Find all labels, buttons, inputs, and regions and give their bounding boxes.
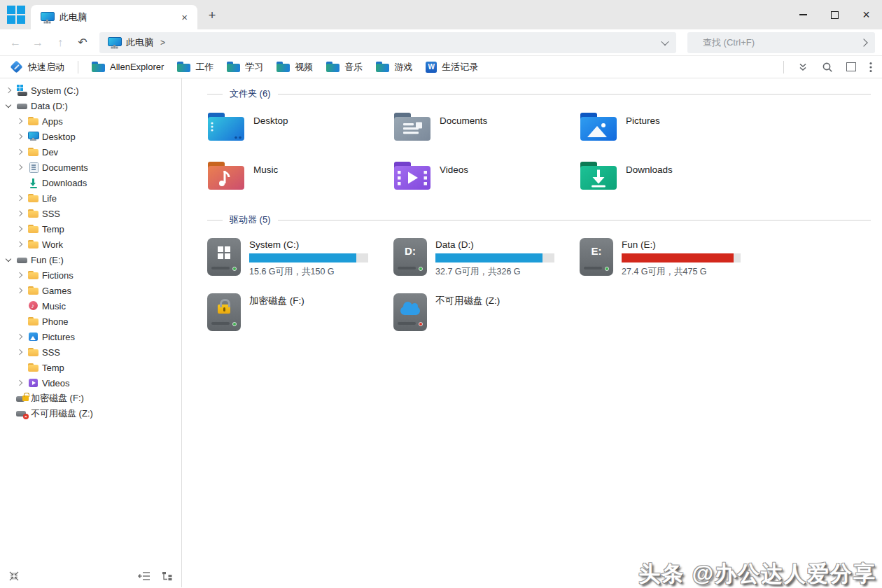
tab-this-pc[interactable]: 此电脑 × <box>31 5 197 29</box>
up-icon[interactable]: ↑ <box>49 32 71 53</box>
app-logo-icon[interactable] <box>7 6 15 14</box>
minimize-button[interactable] <box>788 0 819 29</box>
collapse-all-icon[interactable] <box>138 571 150 581</box>
sidebar-item-temp-e[interactable]: Temp <box>0 360 181 375</box>
undo-icon[interactable]: ↶ <box>71 32 94 53</box>
chevron-right-icon[interactable] <box>3 85 14 96</box>
toolbar-item-music[interactable]: 音乐 <box>326 61 363 74</box>
folder-item-pictures[interactable]: Pictures <box>580 111 766 142</box>
back-icon[interactable]: ← <box>4 32 27 53</box>
chevron-right-icon[interactable] <box>14 331 25 342</box>
breadcrumb-location[interactable]: 此电脑 <box>126 36 153 49</box>
drive-item-data-d[interactable]: D: Data (D:) 32.7 G可用，共326 G <box>393 238 580 278</box>
sidebar-item-downloads[interactable]: Downloads <box>0 175 181 190</box>
sidebar-item-unavailable-z[interactable]: × 不可用磁盘 (Z:) <box>0 406 181 421</box>
folder-icon <box>27 115 40 127</box>
drive-item-unavailable-z[interactable]: 不可用磁盘 (Z:) <box>393 293 580 331</box>
sidebar-item-apps[interactable]: Apps <box>0 113 181 129</box>
search-icon[interactable] <box>822 62 833 73</box>
document-icon <box>27 162 40 173</box>
chevron-right-icon[interactable] <box>14 285 25 296</box>
drive-slot <box>211 322 230 325</box>
drive-item-encrypted-f[interactable]: 加密磁盘 (F:) <box>207 293 393 331</box>
drives-section-header[interactable]: 驱动器 (5) <box>207 214 872 226</box>
view-mode-icon[interactable] <box>846 62 856 71</box>
chevron-right-icon[interactable] <box>14 115 25 127</box>
sidebar-item-pictures[interactable]: Pictures <box>0 329 181 344</box>
sidebar-item-sss-d[interactable]: SSS <box>0 206 181 221</box>
chevron-down-icon[interactable] <box>661 37 668 45</box>
folder-item-documents[interactable]: Documents <box>393 111 580 142</box>
download-icon <box>27 177 40 188</box>
sidebar-item-data-d[interactable]: Data (D:) <box>0 98 181 113</box>
drive-name: Data (D:) <box>435 239 554 250</box>
sidebar-item-videos[interactable]: Videos <box>0 375 181 391</box>
expander-spacer <box>14 316 25 327</box>
chevron-right-icon[interactable] <box>14 192 25 204</box>
sidebar-item-label: Desktop <box>42 132 76 142</box>
forward-icon[interactable]: → <box>27 32 49 53</box>
sidebar-item-life[interactable]: Life <box>0 190 181 206</box>
chevron-right-icon[interactable] <box>14 346 25 358</box>
sidebar-item-system-c[interactable]: System (C:) <box>0 83 181 98</box>
collapse-panel-icon[interactable] <box>8 570 20 582</box>
toolbar-item-study[interactable]: 学习 <box>227 61 263 74</box>
chevron-down-icon[interactable] <box>3 254 14 265</box>
sidebar-item-fictions[interactable]: Fictions <box>0 267 181 283</box>
folder-item-videos[interactable]: Videos <box>393 160 580 191</box>
toolbar-item-video[interactable]: 视频 <box>276 61 313 74</box>
folders-section-header[interactable]: 文件夹 (6) <box>207 88 872 100</box>
toolbar-item-games[interactable]: 游戏 <box>376 61 412 74</box>
close-button[interactable]: × <box>850 0 882 29</box>
sidebar-item-encrypted-f[interactable]: 加密磁盘 (F:) <box>0 391 181 406</box>
more-options-icon[interactable] <box>869 62 872 73</box>
chevron-right-icon[interactable] <box>14 146 25 158</box>
search-submit-icon[interactable] <box>860 38 867 46</box>
chevron-right-icon[interactable] <box>14 131 25 142</box>
sidebar-item-music[interactable]: Music <box>0 298 181 314</box>
toolbar-item-life-notes[interactable]: 生活记录 <box>426 61 478 74</box>
drive-slot <box>584 267 602 270</box>
folder-item-music[interactable]: Music <box>207 160 393 191</box>
chevron-right-icon[interactable] <box>14 377 25 388</box>
toolbar-item-label: 音乐 <box>344 61 363 74</box>
breadcrumb[interactable]: 此电脑 > <box>99 32 676 53</box>
chevron-right-icon[interactable] <box>14 223 25 234</box>
drive-item-system-c[interactable]: System (C:) 15.6 G可用，共150 G <box>207 238 393 278</box>
sidebar-item-label: Apps <box>42 116 63 127</box>
chevron-down-icon[interactable] <box>3 100 14 111</box>
maximize-button[interactable] <box>819 0 850 29</box>
sidebar-item-phone[interactable]: Phone <box>0 314 181 329</box>
chevron-right-icon[interactable] <box>14 239 25 250</box>
sidebar-item-work[interactable]: Work <box>0 237 181 252</box>
folder-icon <box>27 239 40 250</box>
toolbar-item-allenexplorer[interactable]: AllenExplorer <box>92 62 164 72</box>
quick-launch-button[interactable]: 快速启动 <box>10 61 64 74</box>
sidebar-item-sss-e[interactable]: SSS <box>0 344 181 360</box>
new-tab-button[interactable]: + <box>203 6 221 24</box>
navigation-sidebar: System (C:) Data (D:) Apps Desktop <box>0 78 182 587</box>
sidebar-item-label: Dev <box>42 147 58 158</box>
folder-item-desktop[interactable]: Desktop <box>207 111 393 142</box>
chevron-right-icon[interactable] <box>14 270 25 281</box>
chevron-right-icon[interactable] <box>14 162 25 173</box>
sidebar-item-temp-d[interactable]: Temp <box>0 221 181 237</box>
double-chevron-down-icon[interactable] <box>797 62 808 73</box>
sidebar-item-documents[interactable]: Documents <box>0 160 181 175</box>
tree-view-icon[interactable] <box>162 571 173 581</box>
search-input[interactable]: 查找 (Ctrl+F) <box>687 32 875 53</box>
breadcrumb-separator: > <box>160 38 165 48</box>
sidebar-item-games[interactable]: Games <box>0 283 181 298</box>
tab-title: 此电脑 <box>59 11 172 24</box>
toolbar-item-work[interactable]: 工作 <box>177 61 214 74</box>
drive-icon <box>16 100 29 111</box>
chevron-right-icon[interactable] <box>14 208 25 219</box>
sidebar-item-dev[interactable]: Dev <box>0 144 181 160</box>
expander-spacer <box>14 177 25 188</box>
folder-item-downloads[interactable]: Downloads <box>580 160 766 191</box>
sidebar-item-fun-e[interactable]: Fun (E:) <box>0 252 181 267</box>
quick-launch-toolbar: 快速启动 AllenExplorer 工作 学习 视频 音乐 游戏 <box>0 56 882 78</box>
sidebar-item-desktop[interactable]: Desktop <box>0 129 181 144</box>
tab-close-icon[interactable]: × <box>178 11 190 23</box>
drive-item-fun-e[interactable]: E: Fun (E:) 27.4 G可用，共475 G <box>580 238 766 278</box>
